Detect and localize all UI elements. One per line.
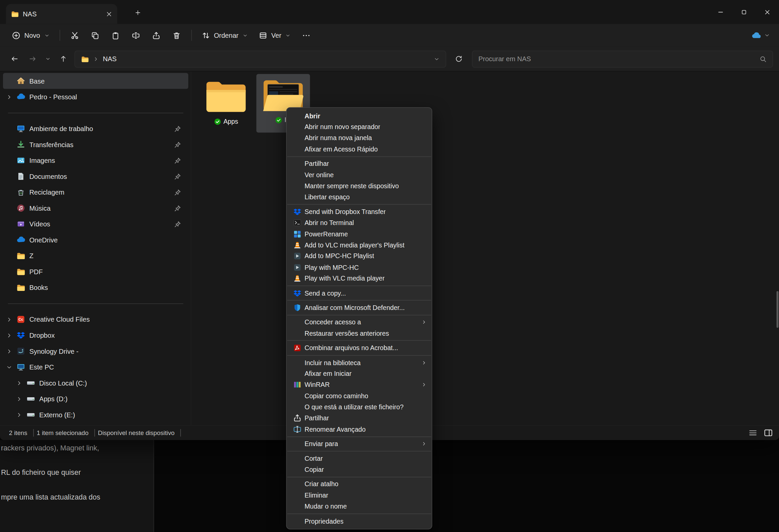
menu-item-combinar-arquivos-no-acrobat[interactable]: Combinar arquivos no Acrobat... <box>287 342 432 353</box>
menu-item-partilhar[interactable]: Partilhar <box>287 158 432 169</box>
file-list[interactable]: AppsIni <box>191 72 779 425</box>
sidebar-item-imagens[interactable]: Imagens <box>3 152 188 169</box>
menu-separator <box>287 300 431 300</box>
chevron-right-icon[interactable] <box>6 332 12 338</box>
recent-locations-button[interactable] <box>42 51 54 67</box>
menu-item-mudar-o-nome[interactable]: Mudar o nome <box>287 501 432 512</box>
sidebar-item-externo-e[interactable]: Externo (E:) <box>13 407 188 423</box>
file-apps[interactable]: Apps <box>199 76 253 134</box>
forward-button[interactable] <box>24 51 41 67</box>
menu-item-cortar[interactable]: Cortar <box>287 453 432 464</box>
sidebar-item-videos[interactable]: Vídeos <box>3 216 188 232</box>
chevron-right-icon[interactable] <box>16 396 22 402</box>
menu-item-manter-sempre-neste-dispositivo[interactable]: Manter sempre neste dispositivo <box>287 181 432 192</box>
menu-item-abrir-no-terminal[interactable]: Abrir no Terminal <box>287 217 432 228</box>
menu-item-play-with-mpc-hc[interactable]: Play with MPC-HC <box>287 262 432 273</box>
menu-item-renomear-avancado[interactable]: Renomear Avançado <box>287 424 432 435</box>
sidebar-item-documentos[interactable]: Documentos <box>3 169 188 185</box>
menu-icon-spacer <box>293 193 301 201</box>
back-button[interactable] <box>6 51 23 67</box>
menu-item-add-to-mpc-hc-playlist[interactable]: Add to MPC-HC Playlist <box>287 251 432 262</box>
delete-button[interactable] <box>167 27 186 44</box>
chevron-right-icon[interactable] <box>16 412 22 418</box>
breadcrumb[interactable]: NAS <box>75 51 446 68</box>
menu-item-abrir-numa-nova-janela[interactable]: Abrir numa nova janela <box>287 132 432 143</box>
tab-close-icon[interactable] <box>106 11 112 17</box>
tab-nas[interactable]: NAS <box>6 4 117 24</box>
more-options-button[interactable] <box>297 27 316 44</box>
menu-item-abrir[interactable]: Abrir <box>287 110 432 121</box>
sidebar-item-ambiente-de-trabalho[interactable]: Ambiente de trabalho <box>3 121 188 137</box>
sidebar-item-este-pc[interactable]: Este PC <box>3 359 188 375</box>
close-button[interactable] <box>756 0 779 24</box>
menu-item-send-with-dropbox-transfer[interactable]: Send with Dropbox Transfer <box>287 206 432 217</box>
view-button[interactable]: Ver <box>254 27 296 44</box>
sidebar-item-onedrive[interactable]: OneDrive <box>3 232 188 248</box>
chevron-down-icon[interactable] <box>764 32 770 39</box>
menu-item-send-a-copy[interactable]: Send a copy... <box>287 287 432 298</box>
sidebar-item-pdf[interactable]: PDF <box>3 264 188 280</box>
sidebar-item-disco-local-c[interactable]: Disco Local (C:) <box>13 375 188 391</box>
menu-item-copiar[interactable]: Copiar <box>287 464 432 475</box>
menu-item-powerrename[interactable]: PowerRename <box>287 228 432 240</box>
menu-item-enviar-para[interactable]: Enviar para <box>287 439 432 449</box>
sidebar-item-transferencias[interactable]: Transferências <box>3 136 188 152</box>
new-button[interactable]: Novo <box>7 27 55 44</box>
sidebar-item-synology-drive[interactable]: Synology Drive - <box>3 343 188 359</box>
menu-item-conceder-acesso-a[interactable]: Conceder acesso a <box>287 317 432 328</box>
titlebar[interactable]: NAS <box>0 0 779 24</box>
sidebar-item-base[interactable]: Base <box>3 73 188 89</box>
sidebar-item-z[interactable]: Z <box>3 248 188 264</box>
menu-item-libertar-espaco[interactable]: Libertar espaço <box>287 192 432 203</box>
menu-item-propriedades[interactable]: Propriedades <box>287 516 432 527</box>
menu-item-abrir-num-novo-separador[interactable]: Abrir num novo separador <box>287 121 432 132</box>
onedrive-cloud-icon[interactable] <box>752 31 761 40</box>
menu-item-play-with-vlc-media-player[interactable]: Play with VLC media player <box>287 273 432 284</box>
up-button[interactable] <box>55 51 72 67</box>
details-view-button[interactable] <box>748 428 758 438</box>
menu-item-restaurar-versoes-anteriores[interactable]: Restaurar versões anteriores <box>287 328 432 339</box>
sidebar-item-musica[interactable]: Música <box>3 200 188 216</box>
menu-item-copiar-como-caminho[interactable]: Copiar como caminho <box>287 390 432 401</box>
chevron-right-icon[interactable] <box>16 380 22 386</box>
chevron-right-icon[interactable] <box>6 93 12 100</box>
menu-item-analisar-com-microsoft-defender[interactable]: Analisar com Microsoft Defender... <box>287 302 432 313</box>
chevron-right-icon[interactable] <box>6 348 12 354</box>
chevron-spacer <box>6 141 12 148</box>
menu-item-winrar[interactable]: WinRAR <box>287 379 432 390</box>
sidebar-item-creative-cloud-files[interactable]: CcCreative Cloud Files <box>3 311 188 327</box>
sidebar-item-books[interactable]: Books <box>3 279 188 295</box>
breadcrumb-path[interactable]: NAS <box>103 55 116 63</box>
refresh-button[interactable] <box>450 51 467 67</box>
menu-item-ver-online[interactable]: Ver online <box>287 169 432 180</box>
chevron-down-icon[interactable] <box>6 364 12 370</box>
sidebar-item-pedro-pessoal[interactable]: Pedro - Pessoal <box>3 89 188 105</box>
minimize-button[interactable] <box>709 0 732 24</box>
search-box[interactable] <box>472 51 773 68</box>
sidebar-item-label: Synology Drive - <box>29 347 185 355</box>
menu-item-eliminar[interactable]: Eliminar <box>287 490 432 501</box>
menu-item-afixar-em-iniciar[interactable]: Afixar em Iniciar <box>287 368 432 379</box>
new-tab-button[interactable] <box>131 6 144 18</box>
search-input[interactable] <box>478 55 760 63</box>
share-button[interactable] <box>146 27 166 44</box>
maximize-button[interactable] <box>732 0 756 24</box>
cut-button[interactable] <box>65 27 84 44</box>
menu-item-add-to-vlc-media-player-s-playlist[interactable]: Add to VLC media player's Playlist <box>287 240 432 251</box>
copy-button[interactable] <box>85 27 105 44</box>
sidebar-item-dropbox[interactable]: Dropbox <box>3 327 188 343</box>
paste-button[interactable] <box>106 27 125 44</box>
large-icons-view-button[interactable] <box>764 428 773 438</box>
sidebar-item-reciclagem[interactable]: Reciclagem <box>3 184 188 200</box>
menu-icon-spacer <box>293 329 301 337</box>
menu-item-o-que-esta-a-utilizar-este-ficheiro[interactable]: O que está a utilizar este ficheiro? <box>287 402 432 413</box>
menu-item-incluir-na-biblioteca[interactable]: Incluir na biblioteca <box>287 357 432 368</box>
menu-item-afixar-em-acesso-rapido[interactable]: Afixar em Acesso Rápido <box>287 144 432 155</box>
sidebar-item-apps-d[interactable]: Apps (D:) <box>13 391 188 407</box>
menu-item-partilhar[interactable]: Partilhar <box>287 413 432 424</box>
menu-item-criar-atalho[interactable]: Criar atalho <box>287 478 432 489</box>
address-dropdown-icon[interactable] <box>434 56 440 62</box>
chevron-right-icon[interactable] <box>6 316 12 322</box>
sort-button[interactable]: Ordenar <box>196 27 253 44</box>
rename-button[interactable] <box>126 27 145 44</box>
